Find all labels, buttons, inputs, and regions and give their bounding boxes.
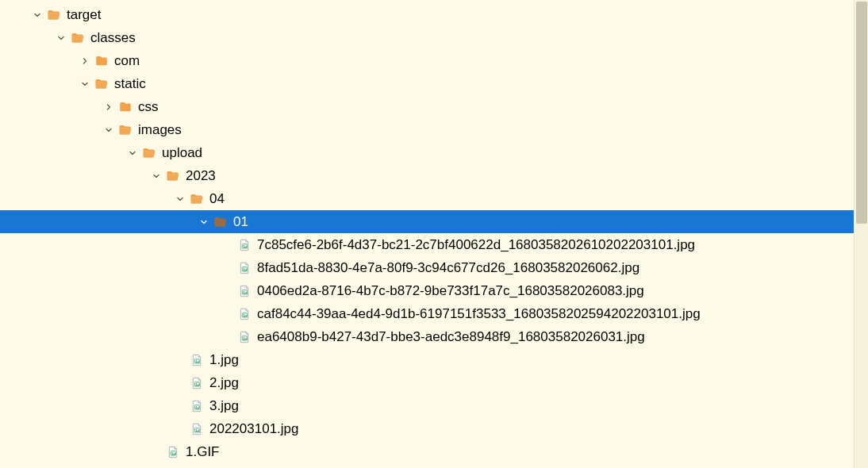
tree-item-label: 1.GIF [186,444,220,460]
image-file-icon [236,329,252,345]
svg-point-17 [196,429,197,430]
tree-row[interactable]: 2.jpg [0,371,854,394]
tree-row[interactable]: caf84c44-39aa-4ed4-9d1b-6197151f3533_168… [0,302,854,325]
chevron-down-icon[interactable] [197,215,211,229]
tree-row[interactable]: upload [0,141,854,164]
folder-open-icon [70,30,86,46]
tree-row[interactable]: 1.GIF [0,440,854,463]
tree-row[interactable]: classes [0,26,854,49]
folder-open-icon [117,122,133,138]
svg-point-11 [196,360,197,361]
tree-row[interactable]: 04 [0,187,854,210]
svg-point-1 [244,245,244,246]
chevron-down-icon[interactable] [78,77,92,91]
folder-open-icon [165,168,181,184]
tree-row[interactable]: css [0,95,854,118]
tree-item-label: 7c85cfe6-2b6f-4d37-bc21-2c7bf400622d_168… [257,237,695,253]
image-file-icon [189,352,205,368]
file-tree[interactable]: targetclassescomstaticcssimagesupload202… [0,0,854,463]
tree-item-label: 04 [209,191,225,207]
folder-open-icon [94,76,109,92]
image-file-icon [189,398,205,414]
tree-item-label: css [138,99,159,115]
image-file-icon [189,375,205,391]
tree-row[interactable]: 2023 [0,164,854,187]
folder-open-icon [189,191,205,207]
image-file-icon [236,237,252,253]
folder-icon [117,99,133,115]
tree-item-label: caf84c44-39aa-4ed4-9d1b-6197151f3533_168… [257,306,701,322]
svg-point-13 [196,383,197,384]
folder-icon [94,53,109,69]
tree-item-label: com [114,53,140,69]
chevron-down-icon[interactable] [30,8,44,22]
tree-item-label: 01 [233,214,248,230]
tree-item-label: ea6408b9-b427-43d7-bbe3-aedc3e8948f9_168… [257,329,645,345]
tree-item-label: 2.jpg [209,375,239,391]
image-file-icon [189,421,205,437]
tree-row[interactable]: images [0,118,854,141]
chevron-down-icon[interactable] [125,146,140,160]
tree-item-label: target [67,7,101,23]
tree-row[interactable]: 8fad51da-8830-4e7a-80f9-3c94c677cd26_168… [0,256,854,279]
chevron-right-icon[interactable] [78,54,92,68]
folder-open-icon [46,7,62,23]
image-file-icon [236,260,252,276]
image-file-icon [165,444,181,460]
tree-item-label: images [138,122,182,138]
svg-point-3 [244,268,244,269]
tree-row[interactable]: 1.jpg [0,348,854,371]
tree-row[interactable]: 01 [0,210,854,233]
tree-item-label: 2023 [186,168,216,184]
svg-point-15 [196,406,197,407]
chevron-down-icon[interactable] [149,169,163,183]
tree-item-label: 8fad51da-8830-4e7a-80f9-3c94c677cd26_168… [257,260,639,276]
svg-point-7 [244,314,244,315]
tree-row[interactable]: static [0,72,854,95]
chevron-down-icon[interactable] [173,192,187,206]
chevron-down-icon[interactable] [102,123,116,137]
svg-point-19 [172,452,173,453]
image-file-icon [236,283,252,299]
tree-row[interactable]: ea6408b9-b427-43d7-bbe3-aedc3e8948f9_168… [0,325,854,348]
tree-row[interactable]: target [0,3,854,26]
svg-point-5 [244,291,244,292]
chevron-down-icon[interactable] [54,31,68,45]
tree-item-label: static [114,76,146,92]
scrollbar-thumb[interactable] [856,2,867,224]
tree-item-label: classes [90,30,136,46]
tree-item-label: 3.jpg [209,398,239,414]
tree-item-label: 1.jpg [209,352,239,368]
folder-open-icon [141,145,157,161]
image-file-icon [236,306,252,322]
tree-row[interactable]: 3.jpg [0,394,854,417]
tree-row[interactable]: 0406ed2a-8716-4b7c-b872-9be733f17a7c_168… [0,279,854,302]
scrollbar-track[interactable] [854,0,868,468]
tree-item-label: 0406ed2a-8716-4b7c-b872-9be733f17a7c_168… [257,283,644,299]
tree-item-label: upload [162,145,202,161]
tree-item-label: 202203101.jpg [209,421,299,437]
tree-row[interactable]: 7c85cfe6-2b6f-4d37-bc21-2c7bf400622d_168… [0,233,854,256]
chevron-right-icon[interactable] [102,100,116,114]
tree-row[interactable]: 202203101.jpg [0,417,854,440]
svg-point-9 [244,337,244,338]
tree-row[interactable]: com [0,49,854,72]
folder-open-icon [213,214,229,230]
